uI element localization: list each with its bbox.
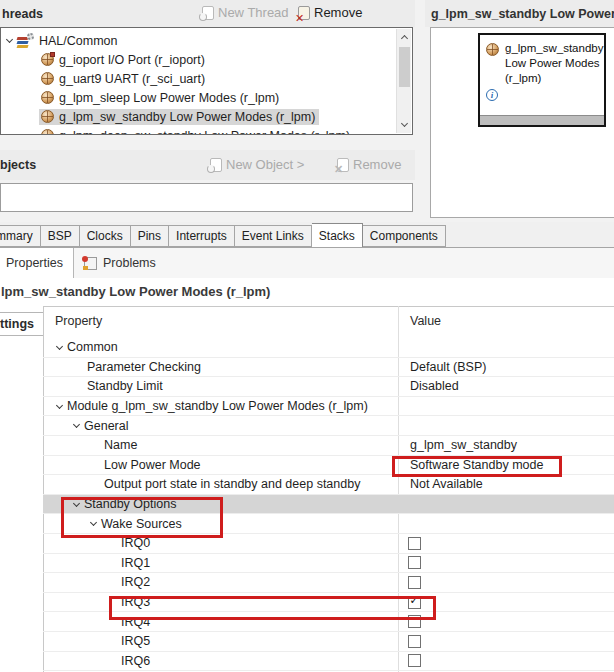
properties-view: lpm_sw_standby Low Power Modes (r_lpm) t… (0, 278, 614, 672)
new-object-button[interactable]: New Object > (210, 157, 304, 172)
module-icon (41, 53, 54, 66)
threads-panel-title: hreads (2, 7, 43, 21)
card-footer (480, 115, 604, 125)
remove-icon: ✕ (298, 6, 310, 20)
tree-item[interactable]: g_lpm_sw_standby Low Power Modes (r_lpm) (1, 107, 395, 126)
property-row[interactable]: IRQ3 (43, 593, 614, 613)
tree-item[interactable]: g_lpm_deep_sw_standby Low Power Modes (r… (1, 126, 395, 135)
module-card[interactable]: g_lpm_sw_standby Low Power Modes (r_lpm)… (478, 33, 606, 127)
tab-problems[interactable]: Problems (74, 248, 166, 278)
editor-tab[interactable]: Interrupts (169, 225, 235, 247)
module-icon (41, 91, 54, 104)
new-object-icon (210, 158, 222, 172)
editor-tab[interactable]: Stacks (312, 223, 363, 248)
property-row[interactable]: IRQ4 (43, 612, 614, 632)
property-row[interactable]: IRQ5 (43, 632, 614, 652)
checkbox[interactable] (408, 635, 421, 648)
property-row[interactable]: Parameter Checking Default (BSP) (43, 358, 614, 378)
property-row[interactable]: Low Power Mode Software Standby mode (43, 456, 614, 476)
tree-item[interactable]: g_ioport I/O Port (r_ioport) (1, 50, 395, 69)
column-property: Property (55, 314, 102, 328)
hal-common-icon (17, 33, 34, 48)
scroll-up-icon[interactable] (397, 29, 412, 45)
checkbox[interactable] (408, 596, 421, 609)
expand-chevron-icon[interactable] (73, 421, 80, 428)
editor-tab[interactable]: Clocks (80, 225, 131, 247)
expand-chevron-icon[interactable] (90, 519, 97, 526)
module-icon (41, 129, 54, 135)
expand-chevron-icon[interactable] (56, 402, 63, 409)
card-line-1: g_lpm_sw_standby (505, 41, 603, 56)
view-tab-bar: Properties Problems (0, 248, 614, 278)
property-grid: Common Parameter Checking Default (BSP) … (43, 338, 614, 672)
problems-icon (84, 257, 97, 270)
tab-properties[interactable]: Properties (0, 248, 74, 278)
threads-tree: HAL/Common g_ioport I/O Port (r_ioport) … (0, 27, 413, 135)
properties-view-title: lpm_sw_standby Low Power Modes (r_lpm) (1, 284, 270, 299)
property-row[interactable]: Common (43, 338, 614, 358)
grid-column-value: Value (410, 314, 441, 328)
tab-settings[interactable]: ttings (0, 312, 43, 336)
property-row[interactable]: Standby Limit Disabled (43, 377, 614, 397)
card-line-2: Low Power Modes (505, 56, 603, 71)
tree-item[interactable]: g_uart9 UART (r_sci_uart) (1, 69, 395, 88)
checkbox[interactable] (408, 654, 421, 667)
property-row[interactable]: IRQ2 (43, 573, 614, 593)
property-row[interactable]: IRQ6 (43, 652, 614, 672)
property-row[interactable]: IRQ0 (43, 534, 614, 554)
tree-item[interactable]: g_lpm_sleep Low Power Modes (r_lpm) (1, 88, 395, 107)
checkbox[interactable] (408, 537, 421, 550)
checkbox[interactable] (408, 556, 421, 569)
objects-panel-title: bjects (0, 158, 36, 172)
stack-panel-header: g_lpm_sw_standby Low Power (425, 0, 614, 27)
editor-tab[interactable]: BSP (41, 225, 80, 247)
scrollbar-thumb[interactable] (399, 47, 410, 87)
new-thread-icon (202, 6, 214, 20)
property-row[interactable]: Module g_lpm_sw_standby Low Power Modes … (43, 397, 614, 417)
module-icon (41, 72, 54, 85)
grid-column-headers: Property (55, 314, 102, 328)
property-row[interactable]: General (43, 416, 614, 436)
property-row[interactable]: Wake Sources (43, 514, 614, 534)
editor-tab[interactable]: mmary (0, 225, 41, 247)
remove-thread-button[interactable]: ✕ Remove (298, 5, 362, 20)
expand-chevron-icon[interactable] (73, 500, 80, 507)
expand-chevron-icon[interactable] (6, 36, 13, 43)
remove-object-icon: ✕ (337, 158, 349, 172)
property-row[interactable]: Name g_lpm_sw_standby (43, 436, 614, 456)
module-icon (41, 110, 54, 123)
checkbox[interactable] (408, 615, 421, 628)
editor-tab[interactable]: Pins (131, 225, 169, 247)
property-row[interactable]: Standby Options (43, 495, 614, 515)
new-thread-button[interactable]: New Thread (202, 5, 289, 20)
expand-chevron-icon[interactable] (56, 343, 63, 350)
editor-tab-bar: mmary BSP Clocks Pins Interrupts Event L… (0, 222, 614, 248)
remove-object-button[interactable]: ✕ Remove (337, 157, 401, 172)
tree-scrollbar[interactable] (396, 29, 411, 133)
info-icon[interactable]: i (486, 89, 498, 101)
scroll-down-icon[interactable] (397, 117, 412, 133)
editor-tab[interactable]: Event Links (235, 225, 312, 247)
card-line-3: (r_lpm) (505, 71, 603, 86)
threads-toolbar: hreads New Thread ✕ Remove (0, 0, 415, 27)
objects-toolbar: bjects New Object > ✕ Remove (0, 150, 415, 180)
editor-tab[interactable]: Components (363, 225, 446, 247)
checkbox[interactable] (408, 576, 421, 589)
property-row[interactable]: IRQ1 (43, 554, 614, 574)
objects-list[interactable] (0, 183, 413, 212)
property-row[interactable]: Output port state in standby and deep st… (43, 475, 614, 495)
tree-root-hal-common[interactable]: HAL/Common (1, 31, 395, 50)
module-icon (486, 43, 499, 56)
